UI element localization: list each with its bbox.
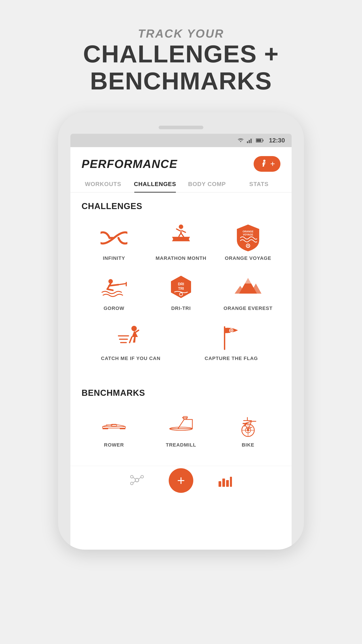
bottom-nav-network[interactable]	[129, 472, 145, 489]
svg-rect-6	[263, 140, 264, 141]
svg-rect-4	[252, 138, 253, 143]
orange-voyage-label: ORANGE VOYAGE	[225, 255, 271, 261]
treadmill-icon	[168, 411, 194, 438]
challenge-orange-everest[interactable]: ORANGE EVEREST	[216, 270, 281, 316]
svg-rect-1	[247, 141, 248, 143]
svg-marker-0	[240, 141, 242, 142]
challenge-dri-tri[interactable]: DRI TRI DRI-TRI	[149, 270, 213, 316]
svg-point-9	[179, 224, 183, 229]
stats-icon	[217, 472, 233, 488]
bottom-nav-stats[interactable]	[217, 472, 233, 489]
orange-voyage-icon: ORANGE VOYAGE	[235, 224, 261, 251]
svg-rect-28	[103, 427, 126, 428]
orange-everest-icon	[235, 274, 261, 302]
challenge-gorow[interactable]: GOROW	[81, 270, 146, 316]
benchmarks-title: BENCHMARKS	[81, 388, 281, 398]
infinity-label: INFINITY	[103, 255, 125, 261]
phone-frame: 12:30 PERFORMANCE + WORKOUTS CHALLENGES …	[58, 112, 304, 550]
svg-rect-7	[256, 139, 261, 142]
status-time: 12:30	[269, 137, 285, 144]
svg-text:VOYAGE: VOYAGE	[243, 233, 253, 236]
svg-point-43	[130, 476, 133, 478]
add-workout-button[interactable]: +	[254, 156, 281, 172]
challenges-section: CHALLENGES INFINITY	[70, 192, 292, 379]
runner-icon	[259, 160, 268, 168]
app-header: PERFORMANCE +	[70, 147, 292, 176]
challenges-grid-row2: GOROW DRI TRI	[81, 270, 281, 316]
svg-line-47	[139, 478, 141, 479]
track-your-label: TRACK YOUR	[0, 27, 362, 40]
challenge-marathon-month[interactable]: MARATHON MONTH	[149, 220, 213, 266]
svg-text:ORANGE: ORANGE	[243, 230, 253, 233]
signal-icon	[247, 138, 253, 143]
gorow-icon	[100, 274, 127, 302]
bottom-fab-button[interactable]: +	[169, 468, 193, 493]
svg-rect-49	[219, 481, 221, 487]
catch-me-icon	[117, 325, 144, 352]
challenge-catch-me[interactable]: CATCH ME IF YOU CAN	[81, 320, 180, 366]
orange-everest-label: ORANGE EVEREST	[223, 306, 272, 311]
gorow-label: GOROW	[104, 306, 124, 311]
svg-point-44	[141, 476, 143, 478]
fab-plus-icon: +	[177, 474, 185, 487]
svg-text:DRI: DRI	[178, 282, 184, 286]
svg-point-42	[135, 478, 139, 482]
svg-rect-3	[251, 139, 252, 143]
svg-point-23	[131, 326, 137, 331]
main-title: CHALLENGES + BENCHMARKS	[0, 40, 362, 94]
app-title: PERFORMANCE	[81, 157, 177, 170]
header-section: TRACK YOUR CHALLENGES + BENCHMARKS	[0, 27, 362, 94]
bottom-nav-bar: +	[70, 466, 292, 495]
status-bar: 12:30	[70, 134, 292, 147]
svg-point-8	[263, 160, 266, 162]
tab-workouts[interactable]: WORKOUTS	[77, 176, 129, 192]
add-button-plus: +	[270, 159, 275, 168]
marathon-month-label: MARATHON MONTH	[156, 255, 206, 261]
tab-body-comp[interactable]: BODY COMP	[181, 176, 233, 192]
treadmill-label: TREADMILL	[166, 442, 196, 448]
benchmark-bike[interactable]: BIKE	[216, 407, 281, 452]
challenge-infinity[interactable]: INFINITY	[81, 220, 146, 266]
challenges-grid-row3: CATCH ME IF YOU CAN	[81, 320, 281, 366]
tab-stats[interactable]: STATS	[233, 176, 285, 192]
svg-point-45	[130, 482, 133, 485]
svg-line-39	[245, 424, 245, 426]
phone-notch	[159, 126, 203, 129]
capture-flag-label: CAPTURE THE FLAG	[205, 356, 258, 361]
challenges-grid-row1: INFINITY	[81, 220, 281, 266]
rower-icon	[100, 411, 127, 438]
benchmark-rower[interactable]: ROWER	[81, 407, 146, 452]
svg-text:TRI: TRI	[178, 287, 184, 290]
bike-icon	[235, 411, 261, 438]
bike-label: BIKE	[242, 442, 255, 448]
tab-challenges[interactable]: CHALLENGES	[129, 176, 181, 192]
svg-marker-22	[245, 278, 251, 284]
dri-tri-icon: DRI TRI	[168, 274, 194, 302]
nav-tabs: WORKOUTS CHALLENGES BODY COMP STATS	[70, 176, 292, 192]
challenge-capture-flag[interactable]: CAPTURE THE FLAG	[182, 320, 281, 366]
svg-rect-2	[249, 140, 250, 143]
app-content: PERFORMANCE + WORKOUTS CHALLENGES BODY C…	[70, 147, 292, 550]
benchmarks-grid: ROWER	[81, 407, 281, 452]
svg-point-13	[247, 245, 249, 246]
challenge-orange-voyage[interactable]: ORANGE VOYAGE ORANGE VOYAGE	[216, 220, 281, 266]
battery-icon	[256, 138, 264, 143]
status-icons: 12:30	[237, 137, 285, 144]
svg-rect-51	[226, 480, 229, 487]
svg-rect-29	[103, 428, 108, 429]
capture-flag-icon	[218, 325, 245, 352]
dri-tri-label: DRI-TRI	[171, 306, 191, 311]
svg-rect-52	[230, 477, 232, 487]
catch-me-label: CATCH ME IF YOU CAN	[101, 356, 160, 361]
infinity-icon	[100, 224, 127, 251]
svg-rect-30	[120, 428, 126, 429]
network-icon	[129, 472, 145, 488]
benchmark-treadmill[interactable]: TREADMILL	[149, 407, 213, 452]
svg-rect-50	[222, 478, 225, 487]
rower-label: ROWER	[104, 442, 124, 448]
benchmarks-section: BENCHMARKS	[70, 379, 292, 466]
wifi-icon	[237, 138, 244, 143]
svg-line-48	[133, 481, 135, 483]
marathon-month-icon	[168, 224, 194, 251]
svg-line-46	[133, 478, 135, 479]
